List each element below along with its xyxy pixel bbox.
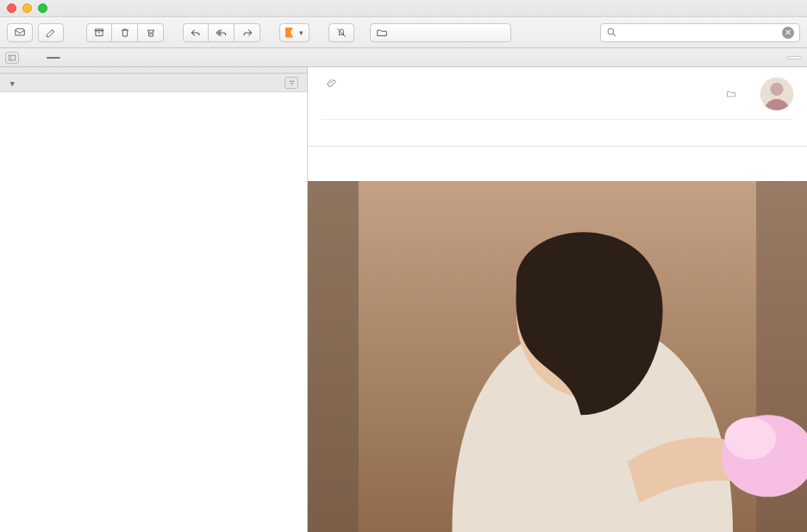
reader-header — [308, 67, 807, 147]
reply-button[interactable] — [183, 23, 209, 42]
close-window-button[interactable] — [7, 3, 16, 13]
reply-icon — [190, 27, 202, 39]
get-mail-button[interactable] — [7, 23, 33, 42]
zoom-window-button[interactable] — [38, 3, 47, 13]
sender-avatar[interactable] — [760, 78, 793, 110]
sort-header[interactable]: ▾ — [0, 73, 307, 92]
search-field[interactable]: ✕ — [600, 23, 800, 42]
archive-icon — [93, 27, 105, 39]
filter-icon — [288, 79, 296, 87]
folder-icon — [726, 89, 736, 99]
mute-button[interactable] — [328, 23, 354, 42]
svg-point-3 — [770, 83, 783, 96]
window-controls — [7, 3, 47, 13]
message-list-pane: ▾ — [0, 67, 308, 532]
reader-attachment-image[interactable] — [308, 181, 807, 532]
forward-icon — [241, 27, 253, 39]
svg-point-0 — [608, 28, 614, 34]
flag-icon — [285, 28, 294, 38]
minimize-window-button[interactable] — [22, 3, 32, 13]
reply-all-button[interactable] — [209, 23, 235, 42]
reply-all-icon — [216, 27, 228, 39]
junk-icon — [145, 27, 157, 39]
inbox-icon — [14, 27, 26, 39]
reader-mailbox[interactable] — [726, 89, 740, 99]
delete-button[interactable] — [112, 23, 138, 42]
show-mailboxes-button[interactable] — [5, 52, 19, 64]
save-search-button[interactable] — [786, 56, 802, 59]
move-to-button[interactable] — [370, 23, 511, 42]
svg-rect-5 — [308, 181, 359, 532]
main-split: ▾ — [0, 67, 807, 532]
favorites-bar — [0, 48, 807, 67]
bell-slash-icon — [335, 27, 347, 39]
reader-body — [308, 147, 807, 181]
top-hits-header — [0, 67, 307, 73]
svg-rect-1 — [9, 55, 16, 60]
svg-point-9 — [725, 417, 777, 460]
archive-button[interactable] — [86, 23, 112, 42]
flag-button[interactable]: ▾ — [279, 23, 310, 42]
compose-icon — [45, 27, 57, 39]
search-icon — [606, 27, 617, 38]
compose-button[interactable] — [38, 23, 64, 42]
chevron-down-icon: ▾ — [10, 79, 15, 88]
chevron-down-icon: ▾ — [299, 28, 303, 37]
forward-button[interactable] — [235, 23, 260, 42]
clear-search-button[interactable]: ✕ — [782, 27, 794, 39]
reading-pane — [308, 67, 807, 532]
junk-button[interactable] — [138, 23, 164, 42]
scope-inbox[interactable] — [47, 57, 60, 59]
toolbar: ▾ ✕ — [0, 17, 807, 48]
filter-button[interactable] — [285, 77, 298, 89]
attachment-icon — [327, 78, 338, 91]
reader-to-row — [322, 119, 793, 139]
trash-icon — [119, 27, 131, 39]
titlebar — [0, 0, 807, 17]
search-input[interactable] — [622, 27, 778, 39]
folder-icon — [376, 27, 388, 39]
sidebar-icon — [8, 53, 16, 62]
